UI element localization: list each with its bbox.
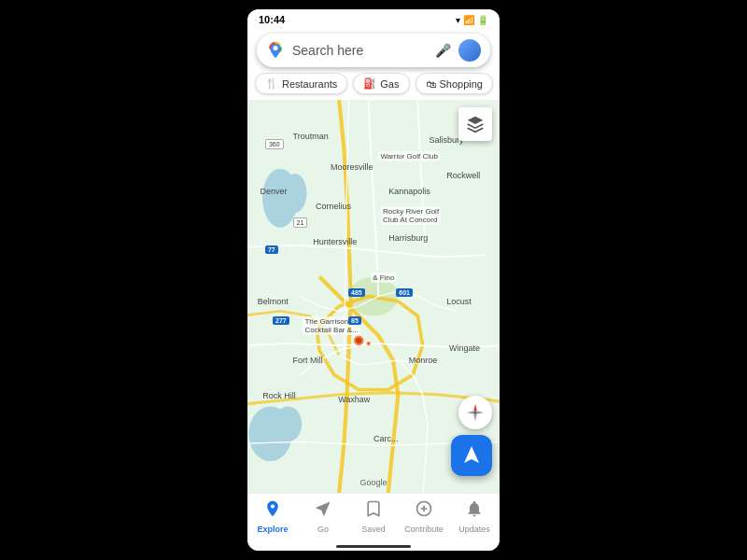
search-input[interactable]: Search here [292, 43, 428, 58]
route-360: 360 [265, 139, 284, 149]
shopping-icon: 🛍 [426, 78, 436, 90]
contribute-label: Contribute [404, 525, 444, 534]
route-277: 277 [273, 316, 289, 325]
phone-frame: 10:44 ▾ 📶 🔋 Search here 🎤 [247, 9, 500, 551]
bottom-nav: Explore Go Saved Contribute Updates [247, 493, 500, 541]
navigation-icon [460, 444, 483, 467]
shopping-label: Shopping [440, 78, 484, 90]
layers-icon [466, 115, 485, 133]
status-icons: ▾ 📶 🔋 [456, 15, 488, 25]
status-time: 10:44 [259, 14, 285, 25]
home-indicator [247, 541, 500, 551]
svg-point-9 [367, 342, 371, 345]
home-bar [336, 545, 411, 548]
compass-button[interactable] [458, 396, 492, 429]
updates-label: Updates [458, 525, 490, 534]
wifi-icon: ▾ [456, 15, 460, 25]
go-icon [314, 499, 332, 523]
nav-explore[interactable]: Explore [247, 499, 298, 534]
svg-point-5 [275, 406, 302, 441]
svg-point-10 [473, 411, 477, 414]
route-485: 485 [348, 288, 365, 297]
layers-button[interactable] [458, 107, 492, 141]
nav-go[interactable]: Go [298, 499, 348, 534]
saved-label: Saved [361, 525, 386, 534]
search-bar: Search here 🎤 [247, 30, 500, 73]
contribute-icon [415, 499, 433, 523]
go-label: Go [317, 525, 329, 534]
compass-icon [465, 402, 486, 423]
gas-icon: ⛽ [363, 77, 376, 90]
map-svg [247, 100, 500, 493]
explore-label: Explore [257, 525, 288, 534]
location-fab-button[interactable] [451, 435, 492, 476]
route-77: 77 [265, 245, 278, 254]
svg-point-8 [356, 338, 361, 343]
category-pill-gas[interactable]: ⛽ Gas [353, 73, 409, 94]
avatar-image [458, 39, 481, 62]
status-bar: 10:44 ▾ 📶 🔋 [247, 9, 500, 30]
route-21: 21 [293, 217, 308, 228]
google-watermark: Google [359, 478, 387, 487]
explore-icon [263, 499, 282, 523]
gas-label: Gas [380, 78, 399, 90]
route-601: 601 [396, 288, 413, 297]
nav-updates[interactable]: Updates [449, 499, 500, 534]
google-maps-logo-icon [266, 41, 285, 60]
category-pill-hotels[interactable]: 🏨 Hote... [499, 73, 500, 94]
nav-contribute[interactable]: Contribute [399, 499, 449, 534]
nav-saved[interactable]: Saved [348, 499, 399, 534]
saved-icon [364, 499, 383, 523]
category-pill-shopping[interactable]: 🛍 Shopping [416, 73, 494, 94]
restaurants-label: Restaurants [282, 78, 337, 90]
search-input-container[interactable]: Search here 🎤 [257, 34, 490, 67]
restaurants-icon: 🍴 [265, 77, 278, 90]
map-area[interactable]: Troutman Mooresville Salisbury Cornelius… [247, 100, 500, 493]
route-85: 85 [348, 316, 361, 325]
signal-icon: 📶 [463, 15, 474, 25]
mic-icon[interactable]: 🎤 [435, 43, 451, 58]
svg-point-3 [283, 174, 306, 213]
updates-icon [465, 499, 484, 523]
category-bar: 🍴 Restaurants ⛽ Gas 🛍 Shopping 🏨 Hote... [247, 73, 500, 100]
battery-icon: 🔋 [477, 15, 488, 25]
avatar[interactable] [458, 39, 481, 62]
category-pill-restaurants[interactable]: 🍴 Restaurants [255, 73, 347, 94]
